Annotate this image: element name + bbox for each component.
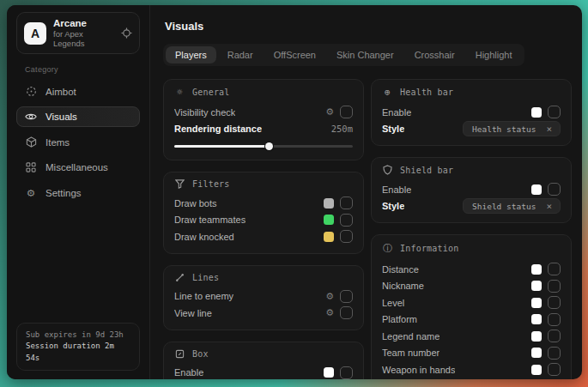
sidebar-item-miscellaneous[interactable]: Miscellaneous xyxy=(16,157,140,178)
card-header: ⊕ Health bar xyxy=(382,87,561,98)
checkbox[interactable] xyxy=(548,106,561,118)
color-swatch[interactable] xyxy=(531,331,542,342)
color-swatch[interactable] xyxy=(531,365,542,375)
checkbox[interactable] xyxy=(340,214,353,227)
line-icon xyxy=(174,273,185,282)
sidebar-item-label: Settings xyxy=(45,188,82,198)
checkbox[interactable] xyxy=(340,306,353,319)
box-icon xyxy=(174,349,185,359)
card-header: Shield bar xyxy=(382,165,561,175)
row-controls: ⚙ xyxy=(325,306,353,319)
color-swatch[interactable] xyxy=(324,367,334,378)
setting-label: View line xyxy=(174,308,212,318)
row-controls xyxy=(531,296,561,309)
gear-icon[interactable]: ⚙ xyxy=(325,292,334,301)
row-controls xyxy=(531,313,561,326)
style-select[interactable]: Health status × xyxy=(463,121,561,136)
checkbox[interactable] xyxy=(548,347,561,360)
main-panel: Visuals Players Radar OffScreen Skin Cha… xyxy=(150,5,582,379)
color-swatch[interactable] xyxy=(531,264,542,275)
row-controls xyxy=(324,214,353,227)
app-subtitle: for Apex Legends xyxy=(53,29,114,48)
checkbox[interactable] xyxy=(548,296,561,309)
row-controls xyxy=(531,363,561,376)
app-logo: A xyxy=(24,22,46,45)
checkbox[interactable] xyxy=(548,263,561,275)
tab-players[interactable]: Players xyxy=(166,46,216,63)
app-identity: Arcane for Apex Legends xyxy=(53,18,114,48)
row-controls: ⚙ xyxy=(325,290,353,303)
setting-label: Enable xyxy=(382,184,411,195)
tab-bar: Players Radar OffScreen Skin Changer Cro… xyxy=(163,44,524,66)
color-swatch[interactable] xyxy=(531,184,542,195)
setting-row: Legend name xyxy=(382,328,561,345)
setting-label: Draw knocked xyxy=(174,232,234,242)
gear-icon[interactable]: ⚙ xyxy=(325,107,334,117)
close-icon[interactable]: × xyxy=(544,202,554,211)
setting-row: Distance xyxy=(382,261,561,278)
setting-label: Visibility check xyxy=(174,107,235,118)
style-select[interactable]: Shield status × xyxy=(463,198,561,214)
sidebar-item-visuals[interactable]: Visuals xyxy=(16,106,140,127)
checkbox[interactable] xyxy=(548,330,561,342)
style-value: Health status xyxy=(472,124,536,134)
app-window: A Arcane for Apex Legends Category Aimbo… xyxy=(7,5,582,379)
row-controls xyxy=(531,330,561,342)
checkbox[interactable] xyxy=(340,197,353,209)
color-swatch[interactable] xyxy=(531,348,542,358)
row-controls: ⚙ xyxy=(325,106,353,118)
setting-label: Team number xyxy=(382,348,439,358)
setting-label: Style xyxy=(382,124,404,134)
checkbox[interactable] xyxy=(340,106,353,118)
color-swatch[interactable] xyxy=(324,232,334,242)
gear-icon[interactable]: ⚙ xyxy=(325,308,334,317)
tab-offscreen[interactable]: OffScreen xyxy=(264,46,325,63)
color-swatch[interactable] xyxy=(531,107,542,118)
health-icon: ⊕ xyxy=(382,87,393,98)
card-title: Information xyxy=(400,244,458,253)
checkbox[interactable] xyxy=(548,363,561,376)
checkbox[interactable] xyxy=(340,366,353,379)
color-swatch[interactable] xyxy=(531,281,542,291)
target-icon[interactable] xyxy=(121,27,132,39)
sun-icon: ☼ xyxy=(174,87,185,98)
color-swatch[interactable] xyxy=(324,215,334,225)
tab-crosshair[interactable]: Crosshair xyxy=(405,46,464,63)
close-icon[interactable]: × xyxy=(544,124,554,134)
color-swatch[interactable] xyxy=(531,314,542,324)
setting-row: Style Health status × xyxy=(382,121,561,138)
checkbox[interactable] xyxy=(548,313,561,326)
card-health-bar: ⊕ Health bar Enable Style Health stat xyxy=(371,79,572,146)
setting-row: Nickname xyxy=(382,278,561,295)
setting-label: Level xyxy=(382,298,404,308)
setting-row: Platform xyxy=(382,311,561,329)
slider-thumb[interactable] xyxy=(265,142,273,150)
logo-card[interactable]: A Arcane for Apex Legends xyxy=(16,12,140,54)
checkbox[interactable] xyxy=(548,183,561,196)
tab-highlight[interactable]: Highlight xyxy=(466,46,522,63)
row-controls xyxy=(531,183,561,196)
setting-label: Distance xyxy=(382,264,419,275)
setting-label: Legend name xyxy=(382,331,439,342)
tab-skin-changer[interactable]: Skin Changer xyxy=(327,46,403,63)
sidebar-item-label: Visuals xyxy=(45,112,77,122)
grid-icon xyxy=(25,162,37,172)
card-general: ☼ General Visibility check ⚙ Rendering d… xyxy=(163,79,364,160)
color-swatch[interactable] xyxy=(324,198,334,209)
sidebar-item-settings[interactable]: ⚙ Settings xyxy=(16,182,140,204)
checkbox[interactable] xyxy=(548,280,561,293)
rendering-distance-slider[interactable] xyxy=(174,142,353,150)
checkbox[interactable] xyxy=(340,230,353,243)
sidebar-item-aimbot[interactable]: Aimbot xyxy=(16,81,140,102)
setting-label: Draw bots xyxy=(174,198,217,209)
row-controls xyxy=(531,347,561,360)
tab-radar[interactable]: Radar xyxy=(218,46,263,63)
session-duration-text: Session duration 2m 54s xyxy=(26,341,130,364)
setting-label: Weapon in hands xyxy=(382,365,455,375)
checkbox[interactable] xyxy=(340,290,353,303)
sidebar-item-items[interactable]: Items xyxy=(16,131,140,153)
card-title: Shield bar xyxy=(400,166,453,175)
color-swatch[interactable] xyxy=(531,298,542,308)
category-label: Category xyxy=(25,65,140,74)
sidebar-item-label: Items xyxy=(45,137,70,148)
